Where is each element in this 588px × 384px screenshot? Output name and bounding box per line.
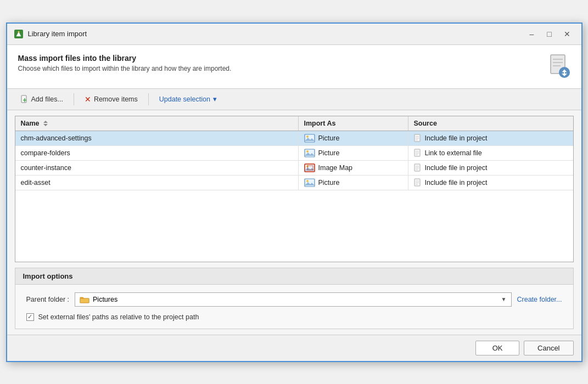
ok-button[interactable]: OK — [475, 341, 519, 355]
close-button[interactable]: ✕ — [559, 28, 575, 40]
import-options-header: Import options — [15, 268, 573, 285]
import-options-body: Parent folder : Pictures ▼ Create folder… — [15, 285, 573, 329]
doc-icon — [414, 149, 422, 157]
header-subtitle: Choose which files to import within the … — [18, 65, 232, 72]
folder-icon — [80, 296, 89, 303]
remove-items-label: Remove items — [94, 95, 138, 103]
header-title: Mass import files into the library — [18, 54, 232, 63]
table-row[interactable]: chm-advanced-settings Picture — [15, 131, 573, 146]
toolbar: Add files... ✕ Remove items Update selec… — [7, 89, 581, 110]
app-icon — [14, 29, 24, 39]
footer: OK Cancel — [7, 335, 581, 361]
table-row[interactable]: counter-instance Image Map — [15, 161, 573, 176]
cell-name: compare-folders — [15, 146, 299, 160]
svg-marker-16 — [43, 124, 48, 126]
svg-point-2 — [18, 31, 19, 32]
doc-icon — [414, 178, 422, 187]
dropdown-arrow-icon: ▼ — [501, 296, 507, 302]
title-controls: – □ ✕ — [524, 28, 575, 40]
checkmark-icon: ✓ — [27, 314, 32, 320]
empty-area — [15, 190, 573, 262]
separator-1 — [74, 93, 74, 105]
import-options-panel: Import options Parent folder : Pictures … — [15, 268, 574, 329]
table-header: Name Import As Source — [15, 116, 573, 131]
remove-items-button[interactable]: ✕ Remove items — [79, 92, 144, 106]
header-text: Mass import files into the library Choos… — [18, 54, 232, 72]
cancel-button[interactable]: Cancel — [524, 341, 573, 355]
sort-icon — [43, 120, 48, 127]
col-header-name: Name — [15, 116, 299, 131]
svg-point-25 — [306, 150, 309, 153]
col-header-import-as: Import As — [299, 116, 408, 131]
dialog: Library item import – □ ✕ Mass import fi… — [6, 22, 583, 362]
add-files-button[interactable]: Add files... — [15, 92, 69, 106]
cell-source: Include file in project — [408, 131, 573, 145]
maximize-button[interactable]: □ — [542, 28, 557, 40]
table-body: chm-advanced-settings Picture — [15, 131, 573, 262]
picture-icon — [304, 178, 315, 187]
imagemap-icon — [304, 163, 315, 172]
table-area: Name Import As Source chm-advanced-setti… — [15, 116, 574, 262]
table-row[interactable]: edit-asset Picture — [15, 176, 573, 190]
add-files-label: Add files... — [31, 95, 63, 103]
col-header-source: Source — [408, 116, 573, 131]
import-icon — [548, 54, 570, 78]
picture-icon — [304, 149, 315, 157]
update-selection-label: Update selection — [159, 95, 210, 103]
update-selection-arrow: ▾ — [213, 95, 217, 103]
add-file-icon — [21, 95, 29, 104]
window-title: Library item import — [28, 30, 87, 38]
doc-icon — [414, 163, 422, 172]
parent-folder-value: Pictures — [93, 296, 117, 303]
remove-icon: ✕ — [85, 95, 91, 104]
svg-rect-46 — [80, 298, 89, 303]
checkbox-row: ✓ Set external files' paths as relative … — [26, 313, 562, 321]
cell-source: Link to external file — [408, 146, 573, 160]
svg-marker-15 — [43, 121, 48, 123]
parent-folder-select[interactable]: Pictures ▼ — [75, 292, 511, 307]
title-bar-left: Library item import — [14, 29, 87, 39]
header-area: Mass import files into the library Choos… — [7, 45, 581, 89]
cell-name: chm-advanced-settings — [15, 131, 299, 145]
svg-rect-12 — [21, 95, 26, 103]
cell-import-as: Image Map — [299, 161, 408, 175]
svg-point-40 — [306, 180, 309, 182]
cell-source: Include file in project — [408, 176, 573, 190]
picture-icon — [304, 134, 315, 143]
checkbox-label: Set external files' paths as relative to… — [38, 313, 199, 321]
svg-point-18 — [306, 135, 309, 138]
cell-import-as: Picture — [299, 131, 408, 145]
title-bar: Library item import – □ ✕ — [7, 24, 581, 45]
separator-2 — [148, 93, 149, 105]
create-folder-link[interactable]: Create folder... — [517, 296, 562, 303]
cell-name: counter-instance — [15, 161, 299, 175]
update-selection-button[interactable]: Update selection ▾ — [153, 92, 223, 106]
header-icon — [548, 54, 570, 81]
parent-folder-row: Parent folder : Pictures ▼ Create folder… — [26, 292, 562, 307]
cell-name: edit-asset — [15, 176, 299, 190]
relative-paths-checkbox[interactable]: ✓ — [26, 313, 34, 321]
cell-source: Include file in project — [408, 161, 573, 175]
table-row[interactable]: compare-folders Picture — [15, 146, 573, 161]
parent-folder-label: Parent folder : — [26, 296, 70, 303]
minimize-button[interactable]: – — [524, 28, 540, 40]
folder-select-inner: Pictures — [80, 296, 501, 303]
doc-icon — [414, 134, 422, 143]
cell-import-as: Picture — [299, 176, 408, 190]
cell-import-as: Picture — [299, 146, 408, 160]
